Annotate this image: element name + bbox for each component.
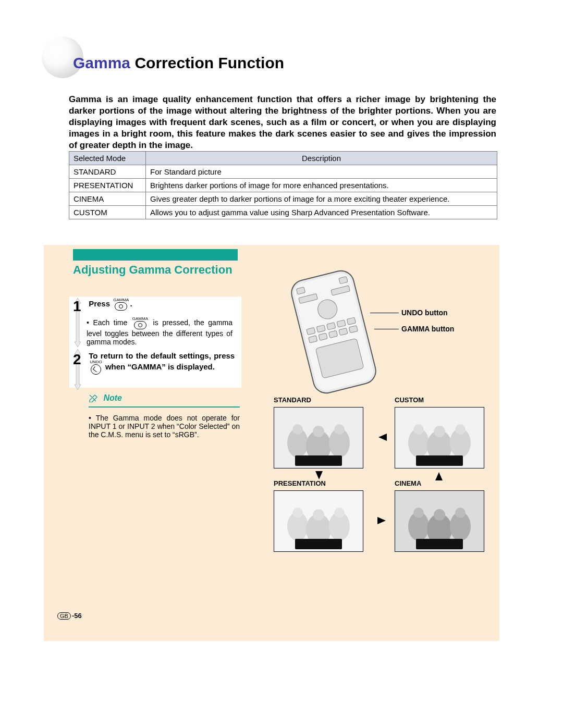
arrow-right-icon [375, 514, 389, 527]
svg-point-11 [413, 424, 424, 435]
table-row: CINEMA Gives greater depth to darker por… [69, 192, 497, 206]
gamma-modes-table: Selected Mode Description STANDARD For S… [69, 151, 497, 219]
section-subheading: Adjusting Gamma Correction [73, 263, 232, 276]
pencil-icon [89, 394, 98, 402]
sample-standard: STANDARD [274, 396, 362, 468]
svg-point-4 [292, 424, 303, 435]
page-number: -56 [72, 612, 82, 620]
cell-mode: PRESENTATION [69, 179, 146, 192]
cell-mode: CINEMA [69, 192, 146, 206]
svg-point-13 [455, 424, 466, 435]
cell-mode: STANDARD [69, 165, 146, 179]
callout-undo: UNDO button [401, 309, 448, 317]
cell-desc: Brightens darker portions of image for m… [146, 179, 497, 192]
note-body-box: • The Gamma mode does not operate for IN… [89, 411, 240, 439]
cell-desc: For Standard picture [146, 165, 497, 179]
step-number: 2 [73, 351, 87, 368]
svg-point-12 [434, 426, 445, 437]
page-footer: GB-56 [57, 612, 82, 620]
table-head-row: Selected Mode Description [69, 152, 497, 165]
step-number: 1 [73, 298, 87, 315]
arrow-left-icon [375, 430, 389, 444]
sample-presentation: PRESENTATION [274, 479, 362, 552]
thumbnail [274, 407, 363, 468]
step-detail: • Each time GAMMA is pressed, the gamma … [87, 317, 232, 346]
manual-page: Gamma Correction Function Gamma is an im… [0, 0, 563, 728]
arrow-up-icon [432, 469, 446, 483]
table-row: PRESENTATION Brightens darker portions o… [69, 179, 497, 192]
step-text: To return to the default settings, press… [89, 351, 235, 375]
svg-point-20 [334, 508, 345, 518]
sample-cinema: CINEMA [395, 479, 483, 552]
svg-point-27 [455, 508, 466, 518]
th-mode: Selected Mode [69, 152, 146, 165]
table-row: CUSTOM Allows you to adjust gamma value … [69, 206, 497, 219]
undo-button-icon: UNDO [90, 360, 102, 375]
gamma-button-icon: GAMMA [132, 317, 148, 329]
step-1: 1 Press GAMMA . • Each time GAMMA is pre… [73, 298, 240, 346]
section-accent-bar [73, 249, 238, 261]
step-2: 2 To return to the default settings, pre… [73, 351, 240, 375]
title-accent: Gamma [73, 54, 130, 71]
note-body: • The Gamma mode does not operate for IN… [89, 414, 240, 439]
remote-illustration [286, 274, 390, 391]
svg-point-25 [413, 508, 424, 518]
thumbnail [395, 407, 484, 468]
note-box: Note [89, 393, 240, 403]
step-text: Press GAMMA . [89, 298, 235, 311]
page-title: Gamma Correction Function [73, 54, 284, 72]
table-row: STANDARD For Standard picture [69, 165, 497, 179]
cell-desc: Gives greater depth to darker portions o… [146, 192, 497, 206]
gb-badge: GB [57, 612, 71, 620]
note-label: Note [89, 393, 240, 403]
cell-desc: Allows you to adjust gamma value using S… [146, 206, 497, 219]
gamma-button-icon: GAMMA [113, 298, 129, 311]
note-divider [89, 406, 240, 408]
svg-point-26 [434, 509, 445, 521]
sample-custom: CUSTOM [395, 396, 483, 468]
title-rest: Correction Function [130, 54, 284, 71]
intro-paragraph: Gamma is an image quality enhancement fu… [69, 94, 496, 151]
svg-point-18 [292, 508, 303, 518]
svg-point-19 [313, 509, 324, 521]
th-desc: Description [146, 152, 497, 165]
svg-point-6 [334, 424, 345, 435]
thumbnail [395, 490, 484, 552]
svg-point-5 [313, 426, 324, 437]
callout-gamma: GAMMA button [401, 325, 454, 333]
thumbnail [274, 490, 363, 552]
cell-mode: CUSTOM [69, 206, 146, 219]
arrow-down-icon [312, 469, 326, 483]
